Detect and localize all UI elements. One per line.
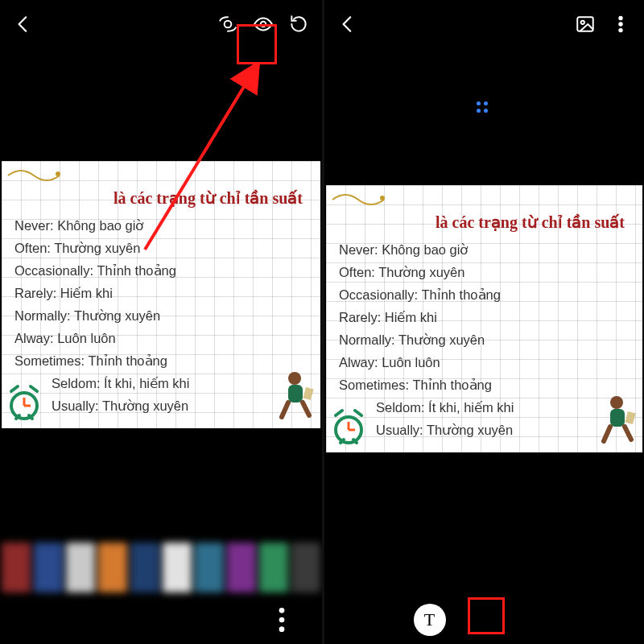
trash-icon[interactable] [205, 604, 237, 636]
note-line: Seldom: Ít khi, hiếm khi [14, 372, 308, 394]
person-running-icon [594, 394, 639, 446]
svg-point-10 [166, 607, 172, 613]
share-icon[interactable] [145, 604, 177, 636]
right-topbar [324, 0, 644, 48]
note-line: Never: Không bao giờ [14, 214, 308, 237]
svg-line-30 [489, 625, 496, 632]
right-bottom-toolbar: T [324, 596, 644, 644]
svg-point-20 [619, 23, 622, 26]
note-line: Never: Không bao giờ [339, 238, 630, 261]
note-line: Occasionally: Thỉnh thoảng [14, 259, 308, 282]
corner-decoration-icon [6, 166, 63, 185]
svg-point-6 [288, 372, 301, 385]
svg-point-2 [56, 171, 60, 176]
right-image-viewer[interactable]: là các trạng từ chỉ tần suất Never: Khôn… [324, 48, 644, 596]
search-icon[interactable] [469, 604, 501, 636]
svg-point-29 [473, 609, 492, 628]
bixby-vision-icon[interactable] [217, 14, 238, 35]
note-line: Sometimes: Thỉnh thoảng [339, 374, 630, 396]
svg-point-1 [261, 22, 266, 27]
svg-rect-8 [303, 387, 313, 400]
thumbnail-strip[interactable] [0, 539, 322, 596]
svg-rect-31 [535, 608, 543, 624]
back-icon[interactable] [13, 14, 34, 35]
svg-point-9 [150, 617, 156, 623]
svg-point-14 [279, 608, 285, 613]
svg-point-15 [279, 617, 285, 623]
left-screenshot: là các trạng từ chỉ tần suất Never: Khôn… [0, 0, 322, 644]
pencil-icon[interactable] [85, 604, 117, 636]
svg-point-0 [225, 21, 232, 28]
right-screenshot: là các trạng từ chỉ tần suất Never: Khôn… [322, 0, 644, 644]
text-tool-icon[interactable]: T [414, 604, 446, 636]
svg-point-16 [279, 626, 285, 632]
mic-icon[interactable] [523, 604, 555, 636]
svg-point-19 [619, 16, 622, 19]
note-image: là các trạng từ chỉ tần suất Never: Khôn… [2, 161, 320, 428]
svg-point-18 [581, 21, 584, 24]
note-line: Usually: Thường xuyên [339, 419, 630, 441]
alarm-clock-icon [329, 407, 368, 446]
svg-point-11 [166, 626, 172, 633]
note-image: là các trạng từ chỉ tần suất Never: Khôn… [326, 185, 642, 452]
note-line: Alway: Luôn luôn [14, 327, 308, 349]
note-line: Usually: Thường xuyên [14, 394, 308, 417]
note-line: Often: Thường xuyên [339, 261, 630, 283]
svg-rect-27 [610, 409, 625, 427]
note-line: Rarely: Hiếm khi [14, 282, 308, 304]
svg-rect-28 [625, 411, 635, 424]
svg-rect-7 [288, 385, 303, 402]
note-line: Occasionally: Thỉnh thoảng [339, 283, 630, 306]
left-topbar [0, 0, 322, 48]
eye-icon[interactable] [253, 14, 274, 35]
note-line: Normally: Thường xuyên [14, 304, 308, 327]
note-title: là các trạng từ chỉ tần suất [14, 188, 308, 208]
alarm-clock-icon [5, 383, 43, 422]
left-image-viewer[interactable]: là các trạng từ chỉ tần suất Never: Khôn… [0, 48, 322, 596]
more-icon[interactable] [610, 14, 631, 35]
note-line: Sometimes: Thỉnh thoảng [14, 349, 308, 372]
gallery-icon[interactable] [575, 14, 596, 35]
svg-line-12 [156, 612, 167, 618]
svg-point-26 [610, 396, 623, 409]
note-line: Normally: Thường xuyên [339, 328, 630, 351]
rotate-icon[interactable] [288, 14, 309, 35]
left-bottom-toolbar [0, 596, 322, 644]
note-line: Alway: Luôn luôn [339, 351, 630, 374]
svg-point-21 [619, 28, 622, 31]
svg-line-13 [156, 621, 167, 628]
note-title: là các trạng từ chỉ tần suất [339, 213, 630, 232]
heart-icon[interactable] [24, 604, 56, 636]
note-line: Seldom: Ít khi, hiếm khi [339, 396, 630, 419]
person-running-icon [272, 370, 317, 422]
corner-decoration-icon [331, 190, 387, 209]
more-icon[interactable] [266, 604, 298, 636]
svg-rect-17 [577, 17, 593, 31]
back-icon[interactable] [337, 14, 358, 35]
svg-point-22 [380, 196, 385, 200]
note-line: Rarely: Hiếm khi [339, 306, 630, 328]
note-line: Often: Thường xuyên [14, 237, 308, 259]
